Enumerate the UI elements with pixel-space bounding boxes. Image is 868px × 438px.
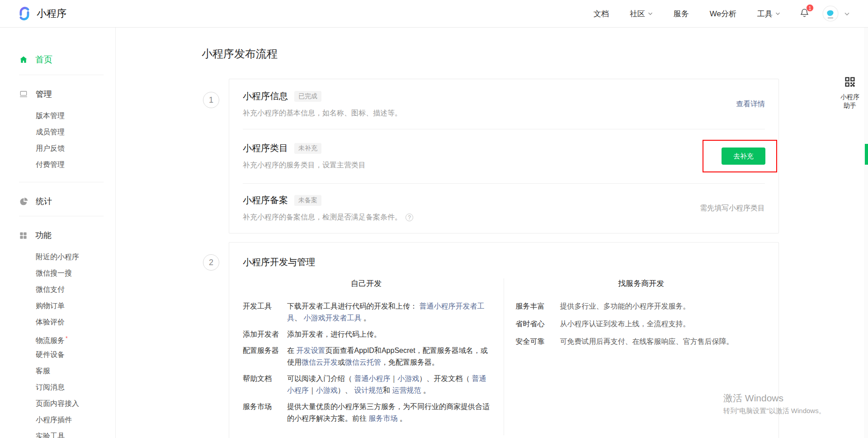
avatar-image: [822, 5, 839, 22]
grid-icon: [19, 231, 28, 240]
text-segment: 在: [287, 347, 296, 354]
dev-row-label: 服务市场: [243, 401, 287, 424]
sidebar-item-version-manage[interactable]: 版本管理: [0, 108, 115, 124]
app-logo[interactable]: 小程序: [17, 6, 66, 21]
dev-row-label: 开发工具: [243, 300, 287, 324]
account-chevron-icon[interactable]: [844, 10, 850, 18]
inline-link[interactable]: 微信云托管: [345, 358, 381, 366]
main-content: 小程序发布流程 1 小程序信息 已完成 补充小程序的基本信息，如名称、图标、描述…: [116, 28, 868, 438]
prerequisite-note: 需先填写小程序类目: [700, 204, 765, 213]
miniprogram-logo-icon: [17, 6, 32, 21]
nav-label: We分析: [710, 9, 736, 19]
sidebar-item-hardware-device[interactable]: 硬件设备: [0, 347, 115, 363]
dev-row-text: 下载开发者工具进行代码的开发和上传： 普通小程序开发者工具、 小游戏开发者工具 …: [287, 300, 494, 324]
inline-link[interactable]: 小游戏: [397, 375, 419, 382]
home-icon: [19, 55, 28, 64]
nav-label: 文档: [594, 9, 609, 19]
vendor-row-label: 省时省心: [516, 318, 560, 330]
vendor-row-save-time: 省时省心 从小程序认证到发布上线，全流程支持。: [504, 318, 779, 330]
sidebar-item-customer-service[interactable]: 客服: [0, 363, 115, 379]
status-badge: 未补充: [294, 143, 321, 154]
dev-row-text: 添加开发者，进行代码上传。: [287, 328, 494, 340]
inline-link[interactable]: 微信云开发: [302, 358, 338, 366]
sidebar-item-shopping-orders[interactable]: 购物订单: [0, 298, 115, 314]
dev-row-service-market: 服务市场 提供大量优质的小程序第三方服务，为不同行业的商家提供合适的小程序解决方…: [229, 401, 504, 424]
row-desc: 补充小程序的备案信息，检测是否满足备案条件。: [243, 213, 402, 222]
flow-row-miniprogram-beian: 小程序备案 未备案 补充小程序的备案信息，检测是否满足备案条件。 需先填写小程序…: [229, 183, 778, 233]
nav-docs[interactable]: 文档: [594, 9, 609, 19]
divider: [19, 182, 104, 182]
sidebar-item-page-content-access[interactable]: 页面内容接入: [0, 395, 115, 412]
sidebar-section-stats: 统计: [0, 196, 115, 207]
fill-category-button[interactable]: 去补充: [722, 148, 765, 165]
vendor-row-rich-services: 服务丰富 提供多行业、多功能的小程序开发服务。: [504, 300, 779, 312]
flow-row-miniprogram-category: 小程序类目 未补充 补充小程序的服务类目，设置主营类目 去补充: [229, 129, 778, 183]
inline-link[interactable]: 小游戏: [316, 386, 338, 394]
sidebar-item-wechat-search[interactable]: 微信搜一搜: [0, 265, 115, 281]
divider: [19, 75, 104, 75]
inline-link[interactable]: 服务市场: [368, 414, 397, 422]
text-segment: 。: [397, 414, 406, 422]
dev-row-tools: 开发工具 下载开发者工具进行代码的开发和上传： 普通小程序开发者工具、 小游戏开…: [229, 300, 504, 324]
sidebar-item-payment-manage[interactable]: 付费管理: [0, 157, 115, 173]
nav-label: 服务: [674, 9, 689, 19]
text-segment: 可以阅读入门介绍（: [287, 375, 354, 382]
text-segment: 或: [338, 358, 345, 366]
inline-link[interactable]: 设计规范: [354, 386, 383, 394]
text-segment: ，免配置服务器。: [381, 358, 439, 366]
sidebar-item-experiment-tools[interactable]: 实验工具: [0, 428, 115, 438]
top-header: 小程序 文档 社区 服务 We分析 工具: [0, 0, 868, 28]
status-badge: 已完成: [294, 91, 321, 102]
dev-manage-card: 小程序开发与管理 自己开发 开发工具 下载开发者工具进行代码的开发和上传： 普通…: [229, 242, 779, 438]
text-segment: 、: [294, 314, 303, 322]
vendor-row-text: 可免费试用后再支付、在线客服响应、官方售后保障。: [560, 336, 734, 348]
text-segment: 添加开发者，进行代码上传。: [287, 330, 381, 338]
sidebar-item-logistics-service[interactable]: 物流服务*: [0, 330, 115, 347]
page-title: 小程序发布流程: [202, 47, 278, 61]
inline-link[interactable]: 普通小程序: [354, 375, 390, 382]
user-avatar[interactable]: [822, 5, 839, 22]
sidebar-item-miniprogram-plugin[interactable]: 小程序插件: [0, 412, 115, 428]
dev-row-configure-server: 配置服务器 在 开发设置页面查看AppID和AppSecret，配置服务器域名，…: [229, 345, 504, 368]
inline-link[interactable]: 小游戏开发者工具: [303, 314, 361, 322]
monitor-icon: [19, 90, 28, 99]
question-circle-icon[interactable]: [406, 214, 413, 221]
logo-text: 小程序: [37, 7, 66, 20]
sidebar-item-subscribe-message[interactable]: 订阅消息: [0, 379, 115, 395]
header-nav: 文档 社区 服务 We分析 工具 1: [573, 5, 850, 22]
notification-bell[interactable]: 1: [799, 8, 810, 20]
vendor-develop-column: 找服务商开发 服务丰富 提供多行业、多功能的小程序开发服务。 省时省心 从小程序…: [504, 278, 779, 435]
text-segment: 。: [421, 386, 430, 394]
sidebar-item-home[interactable]: 首页: [0, 54, 115, 66]
sidebar-item-member-manage[interactable]: 成员管理: [0, 124, 115, 140]
notification-badge: 1: [806, 4, 814, 12]
text-segment: 和: [383, 386, 392, 394]
scrollbar-track[interactable]: [864, 28, 868, 438]
sidebar-item-wechat-pay[interactable]: 微信支付: [0, 281, 115, 298]
sidebar-item-experience-rating[interactable]: 体验评价: [0, 314, 115, 330]
row-desc: 补充小程序的基本信息，如名称、图标、描述等。: [243, 109, 402, 118]
nav-community[interactable]: 社区: [630, 9, 653, 19]
view-details-link[interactable]: 查看详情: [736, 100, 765, 109]
nav-tools[interactable]: 工具: [757, 9, 780, 19]
inline-link[interactable]: 开发设置: [296, 347, 325, 354]
app-window: 小程序 文档 社区 服务 We分析 工具: [0, 0, 868, 438]
dev-row-label: 配置服务器: [243, 345, 287, 368]
step-2-number: 2: [203, 254, 219, 271]
nav-services[interactable]: 服务: [674, 9, 689, 19]
miniprogram-assistant-panel[interactable]: 小程序助手: [835, 72, 865, 114]
text-segment: 下载开发者工具进行代码的开发和上传：: [287, 302, 419, 310]
new-mark: *: [66, 335, 68, 342]
nav-we-analytics[interactable]: We分析: [710, 9, 736, 19]
inline-link[interactable]: 运营规范: [392, 386, 421, 394]
sidebar-group-features[interactable]: 功能: [0, 230, 115, 241]
card-title: 小程序开发与管理: [229, 243, 778, 268]
sidebar-group-manage[interactable]: 管理: [0, 89, 115, 100]
sidebar-item-user-feedback[interactable]: 用户反馈: [0, 140, 115, 157]
sidebar-group-stats[interactable]: 统计: [0, 196, 115, 207]
row-title: 小程序备案: [243, 194, 288, 206]
dev-row-text: 可以阅读入门介绍（ 普通小程序｜小游戏）、开发文档（ 普通小程序｜小游戏）、 设…: [287, 373, 494, 396]
sidebar-item-nearby-miniprogram[interactable]: 附近的小程序: [0, 249, 115, 265]
vendor-row-safe-reliable: 安全可靠 可免费试用后再支付、在线客服响应、官方售后保障。: [504, 336, 779, 348]
vendor-row-label: 安全可靠: [516, 336, 560, 348]
